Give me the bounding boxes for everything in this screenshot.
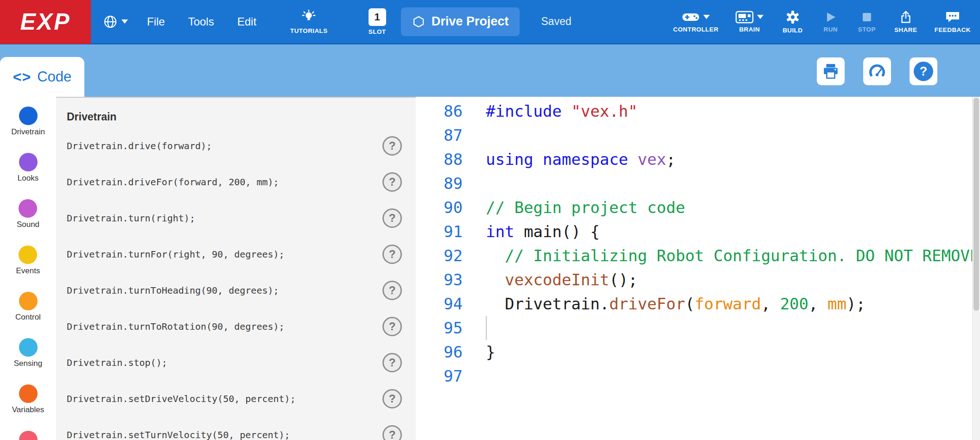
command-help-button[interactable]: ?	[382, 208, 402, 228]
command-help-button[interactable]: ?	[382, 353, 402, 372]
code-line[interactable]: 87	[416, 123, 980, 147]
share-label: SHARE	[894, 26, 917, 33]
command-row[interactable]: Drivetrain.turn(right);?	[56, 200, 416, 236]
code-line[interactable]: 91int main() {	[416, 220, 980, 244]
controller-label: CONTROLLER	[673, 26, 719, 33]
category-circle[interactable]	[19, 431, 38, 440]
language-button[interactable]	[103, 14, 128, 29]
command-text: Drivetrain.turn(right);	[67, 213, 195, 224]
question-icon: ?	[914, 62, 933, 81]
chevron-down-icon	[121, 19, 128, 24]
command-help-button[interactable]: ?	[382, 136, 402, 156]
code-line[interactable]: 92 // Initializing Robot Configuration. …	[416, 244, 980, 268]
command-help-button[interactable]: ?	[382, 425, 402, 440]
sidebar-item-events[interactable]: Events	[16, 245, 40, 276]
brain-icon	[735, 11, 754, 24]
code-line[interactable]: 95	[416, 316, 980, 340]
monitor-button[interactable]	[863, 57, 891, 85]
menu-file[interactable]: File	[135, 15, 177, 28]
sidebar-item-sound[interactable]: Sound	[17, 199, 39, 229]
code-text: }	[486, 340, 495, 364]
command-row[interactable]: Drivetrain.turnToRotation(90, degrees);?	[56, 308, 416, 345]
category-circle[interactable]	[19, 107, 38, 125]
command-text: Drivetrain.drive(forward);	[67, 140, 212, 151]
sidebar-item-variables[interactable]: Variables	[12, 384, 45, 415]
code-line[interactable]: 97	[416, 364, 980, 388]
project-name: Drive Project	[432, 14, 509, 29]
category-circle[interactable]	[19, 245, 37, 264]
line-number: 89	[416, 171, 463, 195]
category-circle[interactable]	[19, 153, 38, 171]
feedback-button[interactable]: FEEDBACK	[935, 10, 971, 33]
slot-button[interactable]: 1 SLOT	[369, 8, 386, 35]
command-help-button[interactable]: ?	[382, 281, 402, 300]
category-circle[interactable]	[19, 199, 37, 218]
print-button[interactable]	[817, 57, 845, 85]
sidebar-item-looks[interactable]: Looks	[18, 153, 38, 183]
saved-status: Saved	[541, 15, 571, 28]
top-toolbar: EXP File Tools Edit TUTORIALS	[0, 0, 980, 44]
category-circle[interactable]	[19, 338, 38, 357]
command-row[interactable]: Drivetrain.setDriveVelocity(50, percent)…	[56, 381, 416, 417]
command-help-button[interactable]: ?	[382, 172, 402, 192]
category-circle[interactable]	[19, 384, 38, 403]
project-name-button[interactable]: Drive Project	[401, 7, 520, 36]
tab-code[interactable]: <> Code	[0, 57, 84, 97]
command-help-button[interactable]: ?	[382, 389, 402, 409]
code-line[interactable]: 96}	[416, 340, 980, 364]
menu-bar: File Tools Edit	[135, 15, 268, 28]
share-button[interactable]: SHARE	[893, 10, 919, 33]
command-category-header: Drivetrain	[56, 98, 416, 128]
command-help-button[interactable]: ?	[382, 245, 402, 264]
code-tab-label: Code	[37, 69, 71, 85]
run-button[interactable]: RUN	[821, 11, 841, 33]
code-line[interactable]: 86#include "vex.h"	[416, 99, 980, 123]
line-number: 97	[416, 364, 463, 388]
tutorials-label: TUTORIALS	[290, 27, 328, 34]
stop-button[interactable]: STOP	[857, 11, 877, 33]
code-line[interactable]: 93 vexcodeInit();	[416, 268, 980, 292]
menu-edit[interactable]: Edit	[226, 15, 268, 28]
build-button[interactable]: BUILD	[781, 10, 805, 34]
category-circle[interactable]	[19, 292, 38, 310]
code-line[interactable]: 88using namespace vex;	[416, 147, 980, 171]
help-button[interactable]: ?	[910, 57, 937, 85]
code-line[interactable]: 89	[416, 171, 980, 195]
code-text: #include "vex.h"	[486, 99, 638, 123]
speech-bubble-icon	[945, 10, 961, 24]
editor-scrollbar[interactable]	[972, 97, 980, 440]
code-line[interactable]: 90// Begin project code	[416, 195, 980, 220]
code-editor[interactable]: 86#include "vex.h"8788using namespace ve…	[416, 97, 980, 440]
scrollbar-thumb[interactable]	[974, 98, 979, 311]
code-icon: <>	[13, 69, 31, 86]
sidebar-item-more[interactable]	[19, 431, 38, 440]
slot-icon: 1	[369, 8, 386, 26]
main-area: DrivetrainLooksSoundEventsControlSensing…	[0, 97, 980, 440]
code-line[interactable]: 94 Drivetrain.driveFor(forward, 200, mm)…	[416, 292, 980, 316]
feedback-label: FEEDBACK	[935, 26, 971, 33]
command-help-button[interactable]: ?	[382, 317, 402, 336]
category-label: Sensing	[14, 359, 42, 368]
tutorials-button[interactable]: TUTORIALS	[290, 9, 328, 34]
command-row[interactable]: Drivetrain.stop();?	[56, 345, 416, 381]
command-row[interactable]: Drivetrain.turnFor(right, 90, degrees);?	[56, 236, 416, 272]
line-number: 93	[416, 268, 463, 292]
command-row[interactable]: Drivetrain.setTurnVelocity(50, percent);…	[56, 417, 416, 440]
command-row[interactable]: Drivetrain.drive(forward);?	[56, 128, 416, 164]
sidebar-item-control[interactable]: Control	[15, 292, 41, 322]
gear-icon	[785, 10, 800, 25]
command-row[interactable]: Drivetrain.turnToHeading(90, degrees);?	[56, 272, 416, 308]
controller-button[interactable]: CONTROLLER	[673, 11, 719, 33]
menu-tools[interactable]: Tools	[177, 15, 226, 28]
sidebar-item-drivetrain[interactable]: Drivetrain	[11, 107, 45, 137]
line-number: 92	[416, 244, 463, 268]
code-text: // Begin project code	[486, 195, 685, 220]
command-row[interactable]: Drivetrain.driveFor(forward, 200, mm);?	[56, 164, 416, 200]
brain-button[interactable]: BRAIN	[734, 11, 765, 33]
line-number: 90	[416, 195, 463, 220]
vex-exp-logo: EXP	[0, 0, 91, 44]
line-number: 87	[416, 123, 463, 147]
command-text: Drivetrain.turnFor(right, 90, degrees);	[67, 249, 285, 260]
sidebar-item-sensing[interactable]: Sensing	[14, 338, 42, 368]
command-text: Drivetrain.turnToRotation(90, degrees);	[67, 321, 285, 332]
